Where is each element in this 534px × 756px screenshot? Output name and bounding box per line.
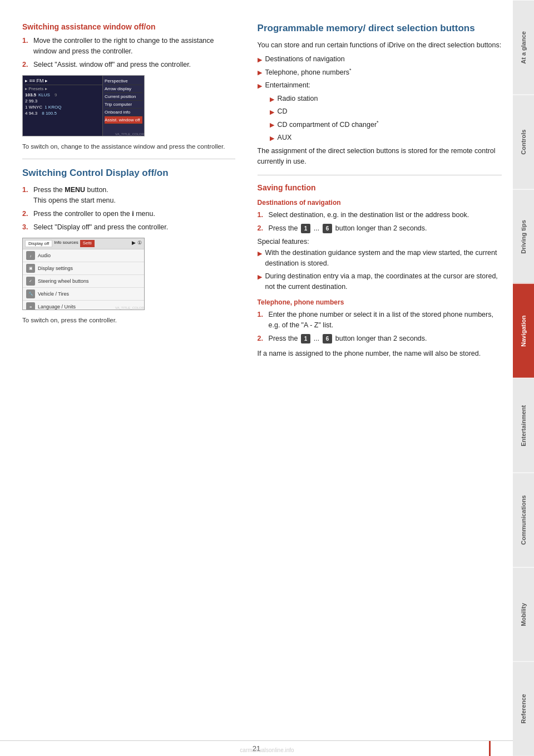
menu-bold: MENU: [65, 186, 85, 194]
button-6b: 6: [323, 334, 333, 343]
special-feature-1: ▶ With the destination guidance system a…: [258, 248, 502, 269]
arrow-icon: ▶: [270, 134, 274, 143]
sidebar-tab-communications[interactable]: Communications: [513, 473, 534, 567]
vehicle-label: Vehicle / Tires: [38, 291, 69, 297]
sidebar-tab-controls[interactable]: Controls: [513, 95, 534, 189]
page-bar-line: [489, 741, 491, 756]
step-num: 2.: [258, 333, 265, 344]
station-943: 4 94.3: [25, 111, 37, 116]
screenshot2-watermark: VA_TITLE_COLOR: [115, 306, 144, 310]
sidebar-tab-reference[interactable]: Reference: [513, 661, 534, 756]
step-1-1: 1. Move the controller to the right to c…: [22, 36, 235, 57]
site-watermark: carmanualsonline.info: [240, 747, 294, 753]
screenshot-watermark: VA_TITLE_COLOR: [115, 132, 144, 136]
number-9: 9: [55, 92, 57, 97]
sub-aux: ▶ AUX: [270, 132, 502, 143]
step-1-2: 2. Select "Assist. window off" and press…: [22, 60, 235, 70]
destinations-nav-title: Destinations of navigation: [258, 199, 502, 207]
menu-perspective: Perspective: [105, 77, 142, 85]
step-num: 2.: [22, 209, 30, 219]
saving-title: Saving function: [258, 183, 502, 192]
display-icon: ▣: [26, 264, 35, 273]
dest-step-1: 1. Select destination, e.g. in the desti…: [258, 210, 502, 220]
destinations-steps: 1. Select destination, e.g. in the desti…: [258, 210, 502, 234]
menu-assist: Assist. window off: [105, 116, 142, 124]
menu-vehicle[interactable]: 🔧 Vehicle / Tires: [23, 288, 144, 301]
menu-steering[interactable]: ✓ Steering wheel buttons: [23, 275, 144, 288]
sidebar-tab-driving-tips[interactable]: Driving tips: [513, 189, 534, 284]
main-content: Switching assistance window off/on 1. Mo…: [0, 0, 513, 740]
language-label: Language / Units: [38, 304, 76, 310]
tel-step-1: 1. Enter the phone number or select it i…: [258, 310, 502, 331]
radio-screen-content: ▸ ≡≡ FM ▸ ● ▸ Presets ▸ 103.5 KLUS 9 2 9…: [23, 76, 144, 136]
assignment-note: The assignment of the direct selection b…: [258, 146, 502, 167]
button-6: 6: [323, 224, 333, 233]
step-text: Select "Display off" and press the contr…: [33, 222, 235, 233]
feature-text: During destination entry via a map, the …: [265, 271, 502, 292]
station-103: 103.5: [25, 92, 36, 97]
section1-title: Switching assistance window off/on: [22, 22, 235, 31]
sidebar-tab-entertainment[interactable]: Entertainment: [513, 378, 534, 473]
step-2-3: 3. Select "Display off" and press the co…: [22, 222, 235, 233]
settings-top-bar: Display off Info sources Setti ▶ ①: [23, 238, 144, 249]
sub-text: Radio station: [278, 94, 318, 104]
sub-cd-changer: ▶ CD compartment of CD changer*: [270, 119, 502, 130]
steering-label: Steering wheel buttons: [38, 278, 89, 284]
special-features-list: ▶ With the destination guidance system a…: [258, 248, 502, 292]
station-299: 2 99.3: [25, 99, 37, 104]
bullet-text: Telephone, phone numbers*: [265, 67, 352, 78]
vehicle-icon: 🔧: [26, 289, 35, 298]
sidebar-tab-navigation[interactable]: Navigation: [513, 283, 534, 378]
step-2-1: 1. Press the MENU button.This opens the …: [22, 185, 235, 206]
bullet-text: Destinations of navigation: [265, 54, 345, 65]
left-column: Switching assistance window off/on 1. Mo…: [0, 0, 246, 740]
sidebar-tab-mobility[interactable]: Mobility: [513, 567, 534, 662]
step-num: 2.: [258, 223, 265, 234]
section1-steps: 1. Move the controller to the right to c…: [22, 36, 235, 70]
sub-text: CD: [278, 106, 288, 117]
feature-bullets: ▶ Destinations of navigation ▶ Telephone…: [258, 54, 502, 90]
intro-text: You can store and run certain functions …: [258, 40, 502, 51]
step-num: 3.: [22, 222, 30, 233]
station-kroq: 1 KROQ: [44, 105, 61, 110]
step-text: Press the controller to open the i menu.: [33, 209, 235, 219]
telephone-title: Telephone, phone numbers: [258, 298, 502, 306]
bullet-entertainment: ▶ Entertainment:: [258, 80, 502, 91]
menu-display-settings[interactable]: ▣ Display settings: [23, 262, 144, 275]
sidebar-tab-at-a-glance[interactable]: At a glance: [513, 0, 534, 95]
feature-text: With the destination guidance system and…: [265, 248, 502, 269]
sub-text: AUX: [278, 132, 292, 143]
freq-klus: KLUS: [38, 92, 50, 97]
step-num: 1.: [258, 210, 265, 220]
arrow-icon: ▶: [270, 107, 274, 117]
audio-label: Audio: [38, 253, 51, 258]
step-text: Move the controller to the right to chan…: [33, 36, 235, 57]
arrow-icon: ▶: [258, 68, 262, 77]
separator-2: [258, 175, 502, 175]
language-icon: ≡: [26, 302, 35, 310]
telephone-note: If a name is assigned to the phone numbe…: [258, 348, 502, 359]
bullet-text: Entertainment:: [265, 80, 310, 91]
button-1b: 1: [301, 334, 311, 343]
radio-label: ▸ ≡≡ FM ▸: [25, 78, 48, 84]
sub-text: CD compartment of CD changer*: [278, 119, 379, 130]
step-num: 2.: [22, 60, 30, 70]
station-wnyc: 1 WNYC: [25, 105, 42, 110]
tab-setti[interactable]: Setti: [80, 240, 95, 247]
special-features-label: Special features:: [258, 238, 502, 246]
audio-icon: ♪: [26, 251, 35, 260]
sidebar: At a glance Controls Driving tips Naviga…: [513, 0, 534, 756]
step-text: Press the 1 ... 6 button longer than 2 s…: [269, 223, 502, 234]
menu-current: Current position: [105, 93, 142, 101]
menu-arrow: Arrow display: [105, 85, 142, 93]
station-1005: 8 100.5: [42, 111, 57, 116]
tab-separator: Info sources: [54, 240, 78, 247]
tab-display-off[interactable]: Display off: [25, 240, 52, 247]
dest-step-2: 2. Press the 1 ... 6 button longer than …: [258, 223, 502, 234]
menu-audio[interactable]: ♪ Audio: [23, 249, 144, 262]
section1-caption: To switch on, change to the assistance w…: [22, 142, 235, 151]
telephone-steps: 1. Enter the phone number or select it i…: [258, 310, 502, 343]
step-text: Press the MENU button.This opens the sta…: [33, 185, 235, 206]
bullet-destinations: ▶ Destinations of navigation: [258, 54, 502, 65]
arrow-icon: ▶: [270, 95, 274, 104]
